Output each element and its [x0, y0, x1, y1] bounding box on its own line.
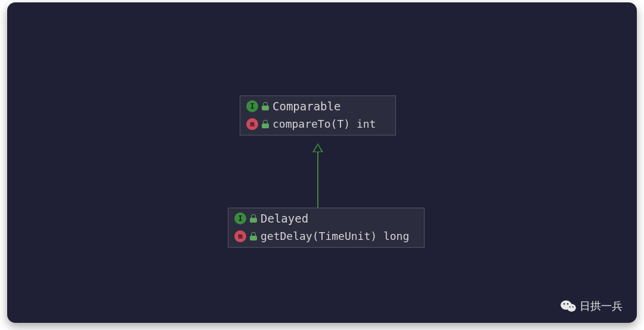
lock-icon [250, 232, 257, 240]
svg-point-4 [569, 306, 571, 307]
class-name: Comparable [273, 100, 340, 113]
lock-icon [262, 120, 269, 128]
lock-icon [262, 102, 269, 110]
uml-diagram: I Comparable m compareTo(T) int I Delay [7, 2, 637, 323]
arrow-line [317, 152, 318, 208]
watermark: 日拱一兵 [561, 299, 623, 313]
method-signature: compareTo(T) int [273, 118, 376, 130]
method-signature: getDelay(TimeUnit) long [261, 230, 409, 242]
watermark-text: 日拱一兵 [580, 299, 623, 313]
svg-point-3 [567, 303, 569, 305]
class-method-row: m compareTo(T) int [240, 115, 395, 135]
class-header: I Comparable [240, 96, 395, 115]
class-name: Delayed [261, 212, 308, 225]
inheritance-arrow [317, 143, 319, 208]
class-box-delayed: I Delayed m getDelay(TimeUnit) long [228, 208, 425, 248]
diagram-window: I Comparable m compareTo(T) int I Delay [7, 2, 637, 323]
svg-point-5 [572, 306, 574, 307]
svg-point-1 [567, 304, 576, 312]
interface-icon: I [234, 212, 246, 224]
arrow-head-icon [312, 143, 323, 152]
class-header: I Delayed [228, 208, 424, 227]
svg-point-2 [564, 303, 565, 305]
wechat-icon [561, 300, 576, 313]
interface-icon: I [246, 100, 258, 112]
method-icon: m [246, 118, 258, 130]
class-method-row: m getDelay(TimeUnit) long [228, 227, 424, 247]
class-box-comparable: I Comparable m compareTo(T) int [240, 95, 396, 135]
lock-icon [250, 214, 257, 223]
method-icon: m [234, 230, 246, 242]
